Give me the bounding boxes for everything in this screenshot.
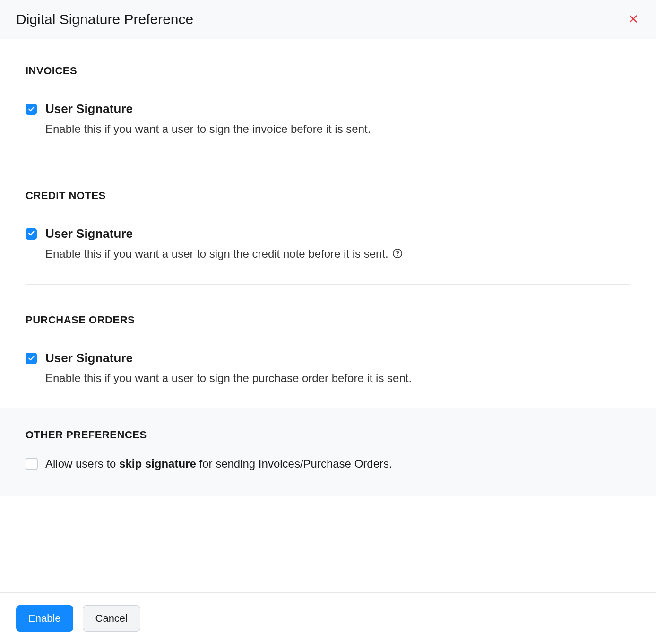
modal-body: INVOICES User Signature Enable this if y… — [0, 39, 656, 592]
option-row-skip-signature: Allow users to skip signature for sendin… — [26, 457, 630, 470]
option-description-text-credit-notes: Enable this if you want a user to sign t… — [45, 246, 388, 262]
skip-signature-label-prefix: Allow users to — [45, 457, 119, 470]
section-purchase-orders: PURCHASE ORDERS User Signature Enable th… — [26, 314, 630, 386]
checkbox-purchase-orders-user-signature[interactable] — [26, 353, 37, 364]
modal-title: Digital Signature Preference — [16, 11, 193, 27]
option-content-credit-notes: User Signature Enable this if you want a… — [45, 226, 630, 262]
option-description-text-purchase-orders: Enable this if you want a user to sign t… — [45, 370, 412, 386]
enable-button[interactable]: Enable — [16, 605, 73, 632]
option-description-invoices: Enable this if you want a user to sign t… — [45, 121, 630, 137]
option-description-purchase-orders: Enable this if you want a user to sign t… — [45, 370, 630, 386]
svg-point-3 — [397, 255, 397, 256]
option-row-credit-notes: User Signature Enable this if you want a… — [26, 226, 630, 262]
checkbox-invoices-user-signature[interactable] — [26, 104, 37, 115]
divider — [26, 160, 630, 160]
option-row-invoices: User Signature Enable this if you want a… — [26, 102, 630, 137]
content-area: INVOICES User Signature Enable this if y… — [0, 39, 656, 408]
option-label-invoices: User Signature — [45, 102, 630, 116]
divider — [26, 284, 630, 285]
checkmark-icon — [27, 229, 35, 238]
digital-signature-modal: Digital Signature Preference INVOICES — [0, 0, 656, 644]
section-heading-invoices: INVOICES — [26, 65, 630, 77]
option-description-credit-notes: Enable this if you want a user to sign t… — [45, 246, 630, 262]
modal-footer: Enable Cancel — [0, 592, 656, 644]
other-preferences-heading: OTHER PREFERENCES — [26, 429, 630, 441]
option-content-purchase-orders: User Signature Enable this if you want a… — [45, 351, 630, 386]
cancel-button[interactable]: Cancel — [83, 605, 140, 632]
option-content-invoices: User Signature Enable this if you want a… — [45, 102, 630, 137]
close-icon — [628, 14, 639, 26]
checkmark-icon — [27, 105, 35, 114]
option-label-credit-notes: User Signature — [45, 226, 630, 241]
checkmark-icon — [27, 354, 35, 363]
section-heading-credit-notes: CREDIT NOTES — [26, 190, 630, 202]
section-invoices: INVOICES User Signature Enable this if y… — [26, 65, 630, 137]
close-button[interactable] — [627, 13, 640, 26]
section-other-preferences: OTHER PREFERENCES Allow users to skip si… — [0, 408, 656, 496]
option-description-text-invoices: Enable this if you want a user to sign t… — [45, 121, 371, 137]
checkbox-credit-notes-user-signature[interactable] — [26, 228, 37, 240]
section-heading-purchase-orders: PURCHASE ORDERS — [26, 314, 630, 326]
modal-header: Digital Signature Preference — [0, 0, 656, 39]
skip-signature-label: Allow users to skip signature for sendin… — [45, 457, 392, 470]
option-row-purchase-orders: User Signature Enable this if you want a… — [26, 351, 630, 386]
skip-signature-label-bold: skip signature — [119, 457, 196, 470]
help-icon[interactable] — [392, 248, 403, 259]
skip-signature-label-suffix: for sending Invoices/Purchase Orders. — [196, 457, 392, 470]
section-credit-notes: CREDIT NOTES User Signature Enable this … — [26, 190, 630, 262]
option-label-purchase-orders: User Signature — [45, 351, 630, 366]
checkbox-skip-signature[interactable] — [26, 458, 38, 470]
